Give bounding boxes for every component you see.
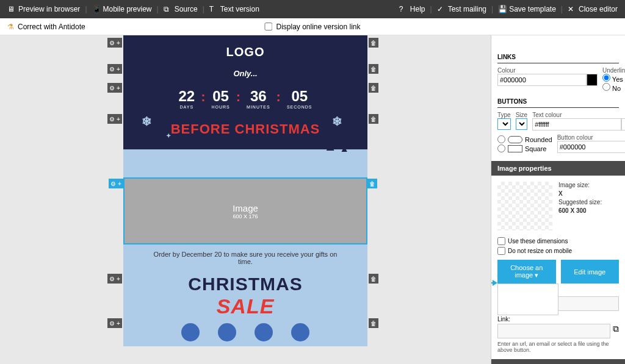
block-delete-button[interactable]: 🗑 [367, 179, 377, 188]
block-handle[interactable]: ⚙ + [107, 64, 122, 74]
svg-marker-1 [493, 280, 497, 286]
snowmen-graphic [123, 318, 367, 346]
block-handle[interactable]: ⚙ + [107, 318, 122, 328]
no-resize-mobile-checkbox[interactable]: Do not resize on mobile [497, 247, 619, 255]
button-textcolour-swatch[interactable] [621, 118, 625, 130]
topbar: 🖥 Preview in browser | 📱 Mobile preview … [0, 0, 625, 18]
mobile-preview-button[interactable]: 📱 Mobile preview [92, 5, 152, 13]
file-picker-icon[interactable]: ⧉ [613, 324, 619, 338]
mobile-icon: 📱 [92, 5, 101, 13]
order-text: Order by December 20 to make sure you re… [123, 248, 367, 268]
button-type-select[interactable]: Arial [497, 118, 511, 130]
help-button[interactable]: ? Help [399, 5, 425, 13]
image-library-option[interactable]: Image library [498, 299, 558, 315]
before-christmas-text: ❄ BEFORE CHRISTMAS ❄ ✦ [123, 114, 367, 149]
underlined-yes-radio[interactable]: Yes [602, 76, 623, 83]
snowflake-icon: ❄ [142, 114, 153, 129]
tree-icon: ▲ [339, 149, 349, 154]
caret-down-icon: ▾ [535, 271, 538, 279]
sale-text: SALE [123, 294, 367, 318]
block-delete-button[interactable]: 🗑 [369, 318, 378, 328]
canvas-area: ⚙ + 🗑 LOGO ⚙ + 🗑 Only... ⚙ + 🗑 22DAYS : … [0, 35, 491, 364]
snowflake-icon: ❄ [332, 114, 343, 129]
flask-icon: ⚗ [7, 23, 14, 31]
block-handle[interactable]: ⚙ + [109, 179, 123, 188]
image-thumbnail[interactable] [497, 182, 552, 230]
close-editor-button[interactable]: ✕ Close editor [568, 5, 618, 13]
button-size-select[interactable]: 10 [516, 118, 527, 130]
close-icon: ✕ [568, 5, 576, 13]
christmas-text: CHRISTMAS [123, 274, 367, 294]
choose-image-dropdown: My images Image library [497, 284, 558, 315]
side-panel: ✕ LINKS Colour Underlined Yes No BUTT [491, 35, 625, 364]
block-handle[interactable]: ⚙ + [107, 83, 122, 93]
only-text: Only... [123, 64, 367, 83]
shape-square-radio[interactable]: Square [497, 145, 552, 152]
save-template-button[interactable]: 💾 Save template [498, 5, 556, 13]
link-colour-input[interactable] [497, 74, 587, 86]
text-version-button[interactable]: T Text version [209, 5, 259, 13]
arrow-icon [491, 277, 497, 289]
link-label: Link: [497, 316, 619, 323]
buttons-heading: BUTTONS [497, 96, 619, 108]
subbar: ⚗ Correct with Antidote Display online v… [0, 18, 625, 35]
links-heading: LINKS [497, 51, 619, 63]
sale-block[interactable]: Order by December 20 to make sure you re… [123, 244, 367, 346]
my-images-option[interactable]: My images [498, 284, 558, 299]
image-placeholder[interactable]: Image 600 X 176 [125, 179, 366, 243]
block-handle[interactable]: ⚙ + [107, 38, 122, 48]
correct-antidote-button[interactable]: Correct with Antidote [18, 23, 85, 31]
image-block[interactable]: ⚙ + 🗑 Image 600 X 176 [123, 177, 367, 244]
help-icon: ? [399, 5, 408, 13]
hills-graphic: ▲ ▲ [123, 149, 367, 177]
test-mailing-button[interactable]: ✓ Test mailing [437, 5, 486, 13]
text-icon: T [209, 5, 218, 13]
link-colour-swatch[interactable] [587, 74, 598, 86]
rss-properties-heading[interactable]: RSS/ATOM feed properties [491, 359, 625, 364]
block-handle[interactable]: ⚙ + [107, 274, 122, 284]
display-online-checkbox[interactable] [264, 23, 272, 30]
check-icon: ✓ [437, 5, 446, 13]
underlined-no-radio[interactable]: No [602, 85, 621, 92]
monitor-icon: 🖥 [7, 5, 16, 13]
source-button[interactable]: ⧉ Source [164, 5, 198, 13]
source-icon: ⧉ [164, 5, 172, 13]
link-input[interactable] [497, 324, 610, 338]
countdown: 22DAYS : 05HOURS : 36MINUTES : 05SECONDS [123, 83, 367, 114]
hero-block[interactable]: ⚙ + 🗑 LOGO ⚙ + 🗑 Only... ⚙ + 🗑 22DAYS : … [123, 35, 367, 177]
block-delete-button[interactable]: 🗑 [369, 114, 378, 124]
use-dimensions-checkbox[interactable]: Use these dimensions [497, 237, 619, 245]
edit-image-button[interactable]: Edit image [561, 260, 620, 284]
block-handle[interactable]: ⚙ + [107, 114, 122, 124]
preview-browser-button[interactable]: 🖥 Preview in browser [7, 5, 80, 13]
snowflake-icon: ✦ [166, 132, 172, 139]
button-colour-input[interactable] [557, 141, 625, 153]
block-delete-button[interactable]: 🗑 [369, 274, 378, 284]
button-textcolour-input[interactable] [532, 118, 621, 130]
link-hint: Enter an url, an email or select a file … [497, 341, 619, 353]
display-online-label: Display online version link [276, 23, 360, 31]
logo-text: LOGO [123, 40, 367, 64]
block-delete-button[interactable]: 🗑 [369, 83, 378, 93]
image-properties-heading: Image properties [491, 161, 625, 176]
choose-image-button[interactable]: Choose an image ▾ My images Image librar… [497, 260, 556, 284]
tree-icon: ▲ [323, 149, 337, 154]
block-delete-button[interactable]: 🗑 [369, 38, 378, 48]
save-icon: 💾 [498, 5, 507, 13]
block-delete-button[interactable]: 🗑 [369, 64, 378, 74]
shape-rounded-radio[interactable]: Rounded [497, 135, 552, 143]
